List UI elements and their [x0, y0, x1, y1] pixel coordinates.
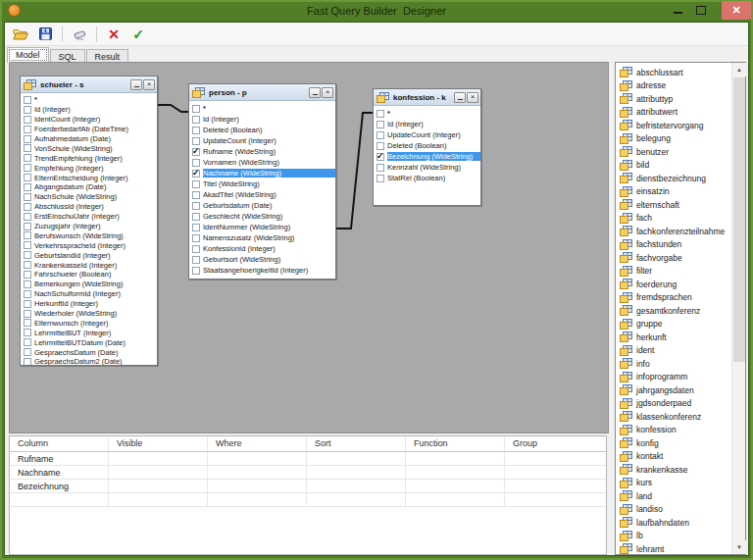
scroll-up-icon[interactable]: ▲ [732, 63, 746, 76]
grid-header-cell[interactable]: Sort [307, 436, 406, 451]
table-list-item[interactable]: krankenkasse [620, 463, 732, 477]
field-checkbox[interactable] [192, 159, 200, 167]
grid-cell-visible[interactable] [109, 480, 208, 492]
field-checkbox[interactable] [376, 164, 384, 172]
field-checkbox[interactable] [24, 164, 31, 172]
grid-cell-group[interactable] [505, 466, 606, 479]
field-checkbox[interactable] [24, 193, 31, 201]
table-list-item[interactable]: klassenkonferenz [620, 410, 732, 424]
table-list-item[interactable]: jahrgangsdaten [620, 383, 732, 397]
table-list-item[interactable]: ident [620, 344, 732, 358]
grid-cell-sort[interactable] [307, 480, 406, 492]
table-list-item[interactable]: info [620, 357, 732, 371]
field-row[interactable]: * [374, 108, 480, 119]
field-checkbox[interactable] [24, 223, 31, 230]
grid-cell-function[interactable] [406, 493, 505, 506]
table-list-item[interactable]: abschlussart [620, 66, 732, 79]
tab[interactable]: Result [86, 49, 129, 63]
field-row[interactable]: StaatsangehoerigkeitId (Integer) [189, 265, 335, 276]
field-row[interactable]: AkadTitel (WideString) [189, 189, 335, 200]
table-list-item[interactable]: lehramt [620, 542, 732, 554]
field-checkbox[interactable] [376, 153, 384, 161]
table-list-item[interactable]: infoprogramm [620, 371, 732, 384]
close-button[interactable]: ✕ [722, 1, 751, 20]
grid-cell-visible[interactable] [109, 452, 208, 465]
table-list-item[interactable]: landiso [620, 503, 732, 517]
field-row[interactable]: GeburtslandId (Integer) [21, 250, 157, 260]
grid-cell-group[interactable] [505, 493, 606, 506]
field-row[interactable]: Id (Integer) [189, 114, 335, 125]
grid-cell-where[interactable] [208, 493, 307, 506]
field-checkbox[interactable] [24, 261, 31, 269]
scrollbar-thumb[interactable] [733, 77, 745, 362]
table-list-item[interactable]: kurs [620, 477, 732, 490]
table-list-item[interactable]: belegung [620, 132, 732, 146]
field-row[interactable]: Geburtsort (WideString) [189, 254, 335, 265]
field-row[interactable]: KrankenkasseId (Integer) [21, 260, 157, 270]
table-minimize-button[interactable] [454, 92, 466, 103]
table-list-item[interactable]: kontakt [620, 450, 732, 464]
table-list-item[interactable]: fachvorgabe [620, 251, 732, 265]
field-row[interactable]: Titel (WideString) [189, 178, 335, 189]
grid-cell-group[interactable] [505, 452, 606, 465]
save-button[interactable] [35, 25, 55, 44]
field-row[interactable]: Empfehlung (Integer) [21, 163, 157, 173]
field-checkbox[interactable] [24, 241, 31, 249]
field-checkbox[interactable] [24, 329, 31, 336]
table-window-person[interactable]: person - p × * Id (Integer) [188, 83, 336, 280]
grid-cell-function[interactable] [406, 466, 505, 479]
table-close-button[interactable]: × [467, 92, 478, 103]
field-row[interactable]: GespraechsDatum2 (Date) [21, 357, 157, 365]
field-row[interactable]: Id (Integer) [374, 119, 480, 129]
tab[interactable]: Model [7, 47, 49, 63]
field-checkbox[interactable] [192, 224, 200, 231]
field-checkbox[interactable] [192, 137, 200, 145]
grid-cell-where[interactable] [208, 452, 307, 465]
field-row[interactable]: Abgangsdatum (Date) [21, 182, 157, 192]
grid-header-cell[interactable]: Column [10, 436, 109, 451]
field-row[interactable]: VerkehrsspracheId (Integer) [21, 240, 157, 250]
field-checkbox[interactable] [192, 180, 200, 188]
field-checkbox[interactable] [192, 267, 200, 275]
grid-header-cell[interactable]: Function [406, 436, 505, 451]
field-checkbox[interactable] [24, 96, 31, 104]
grid-cell-where[interactable] [208, 466, 307, 479]
grid-header-cell[interactable]: Group [505, 436, 606, 451]
field-row[interactable]: Geburtsdatum (Date) [189, 200, 335, 211]
grid-cell-sort[interactable] [307, 493, 406, 506]
table-list-item[interactable]: jgdsonderpaed [620, 397, 732, 411]
apply-button[interactable]: ✓ [128, 25, 148, 44]
field-row[interactable]: Geschlecht (WideString) [189, 211, 335, 222]
grid-cell-sort[interactable] [307, 452, 406, 465]
field-checkbox[interactable] [24, 251, 31, 259]
field-row[interactable]: FoerderbedarfAb (DateTime) [21, 125, 157, 134]
field-checkbox[interactable] [24, 174, 31, 181]
table-minimize-button[interactable] [130, 79, 142, 90]
table-window-header[interactable]: person - p × [189, 84, 335, 101]
field-row[interactable]: Deleted (Boolean) [374, 140, 480, 151]
field-checkbox[interactable] [24, 280, 31, 288]
minimize-button[interactable] [667, 0, 688, 20]
field-row[interactable]: IdentCount (Integer) [21, 115, 157, 125]
field-row[interactable]: Vornamen (WideString) [189, 157, 335, 168]
scroll-down-icon[interactable]: ▼ [732, 540, 746, 554]
field-row[interactable]: * [21, 95, 157, 105]
field-checkbox[interactable] [24, 135, 31, 143]
table-list-item[interactable]: land [620, 489, 732, 503]
table-window-konfession[interactable]: konfession - k × * Id (Integer) [373, 88, 481, 206]
field-checkbox[interactable] [24, 310, 31, 318]
field-checkbox[interactable] [376, 110, 384, 118]
field-row[interactable]: * [189, 103, 335, 114]
field-checkbox[interactable] [24, 144, 31, 152]
field-checkbox[interactable] [24, 183, 31, 191]
field-row[interactable]: Namenszusatz (WideString) [189, 232, 335, 243]
table-window-header[interactable]: schueler - s × [21, 76, 157, 93]
tab[interactable]: SQL [50, 49, 85, 63]
field-checkbox[interactable] [192, 105, 200, 113]
table-list-item[interactable]: konfession [620, 424, 732, 437]
grid-cell-column[interactable]: Bezeichnung [10, 480, 109, 492]
field-row[interactable]: GespraechsDatum (Date) [21, 347, 157, 357]
table-list-item[interactable]: elternschaft [620, 198, 732, 212]
field-checkbox[interactable] [192, 234, 200, 242]
field-checkbox[interactable] [24, 300, 31, 308]
